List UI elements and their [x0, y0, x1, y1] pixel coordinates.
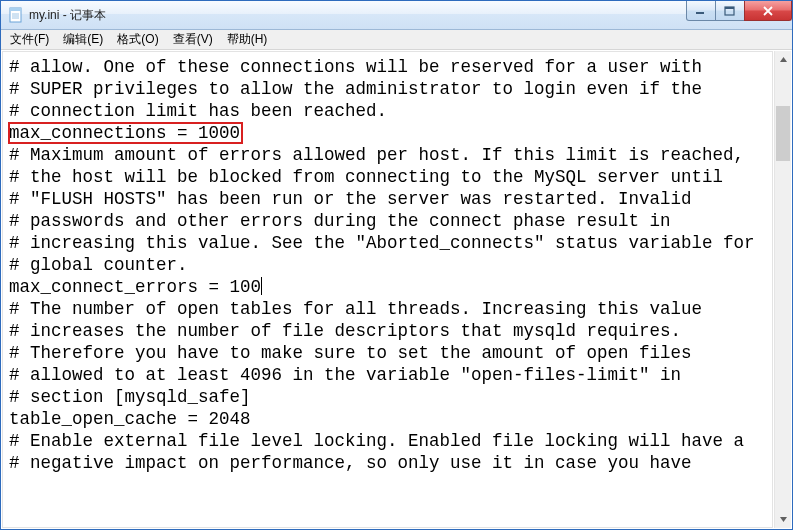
scroll-up-button[interactable]	[775, 51, 791, 68]
menu-help[interactable]: 帮助(H)	[220, 29, 275, 50]
scroll-track[interactable]	[775, 68, 791, 511]
text-line: # connection limit has been reached.	[9, 100, 770, 122]
text-line: # allow. One of these connections will b…	[9, 56, 770, 78]
text-editor[interactable]: # allow. One of these connections will b…	[2, 51, 773, 528]
notepad-icon	[8, 7, 24, 23]
menubar: 文件(F) 编辑(E) 格式(O) 查看(V) 帮助(H)	[1, 30, 792, 50]
text-line: # negative impact on performance, so onl…	[9, 452, 770, 474]
text-cursor	[261, 277, 262, 295]
vertical-scrollbar[interactable]	[774, 51, 791, 528]
text-line: # global counter.	[9, 254, 770, 276]
text-line: # The number of open tables for all thre…	[9, 298, 770, 320]
menu-edit[interactable]: 编辑(E)	[56, 29, 110, 50]
menu-view[interactable]: 查看(V)	[166, 29, 220, 50]
text-line: # increasing this value. See the "Aborte…	[9, 232, 770, 254]
text-line: # Maximum amount of errors allowed per h…	[9, 144, 770, 166]
text-line: # SUPER privileges to allow the administ…	[9, 78, 770, 100]
window-title: my.ini - 记事本	[29, 7, 106, 24]
text-line: # passwords and other errors during the …	[9, 210, 770, 232]
text-line: # "FLUSH HOSTS" has been run or the serv…	[9, 188, 770, 210]
minimize-button[interactable]	[686, 1, 716, 21]
content-area: # allow. One of these connections will b…	[1, 50, 792, 529]
maximize-button[interactable]	[715, 1, 745, 21]
text-line: max_connect_errors = 100	[9, 276, 770, 298]
svg-rect-1	[10, 8, 21, 11]
text-line: # allowed to at least 4096 in the variab…	[9, 364, 770, 386]
window-controls	[687, 1, 792, 21]
titlebar[interactable]: my.ini - 记事本	[1, 1, 792, 30]
close-button[interactable]	[744, 1, 792, 21]
text-line: # section [mysqld_safe]	[9, 386, 770, 408]
svg-rect-5	[696, 12, 704, 14]
text-line: # increases the number of file descripto…	[9, 320, 770, 342]
highlighted-text: max_connections = 1000	[9, 123, 242, 143]
scroll-down-button[interactable]	[775, 511, 791, 528]
menu-file[interactable]: 文件(F)	[3, 29, 56, 50]
text-span: max_connect_errors = 100	[9, 277, 261, 297]
text-line: # Therefore you have to make sure to set…	[9, 342, 770, 364]
menu-format[interactable]: 格式(O)	[110, 29, 165, 50]
text-line: max_connections = 1000	[9, 122, 770, 144]
text-line: # Enable external file level locking. En…	[9, 430, 770, 452]
svg-rect-7	[725, 7, 734, 9]
text-line: table_open_cache = 2048	[9, 408, 770, 430]
text-line: # the host will be blocked from connecti…	[9, 166, 770, 188]
scroll-thumb[interactable]	[776, 106, 790, 161]
